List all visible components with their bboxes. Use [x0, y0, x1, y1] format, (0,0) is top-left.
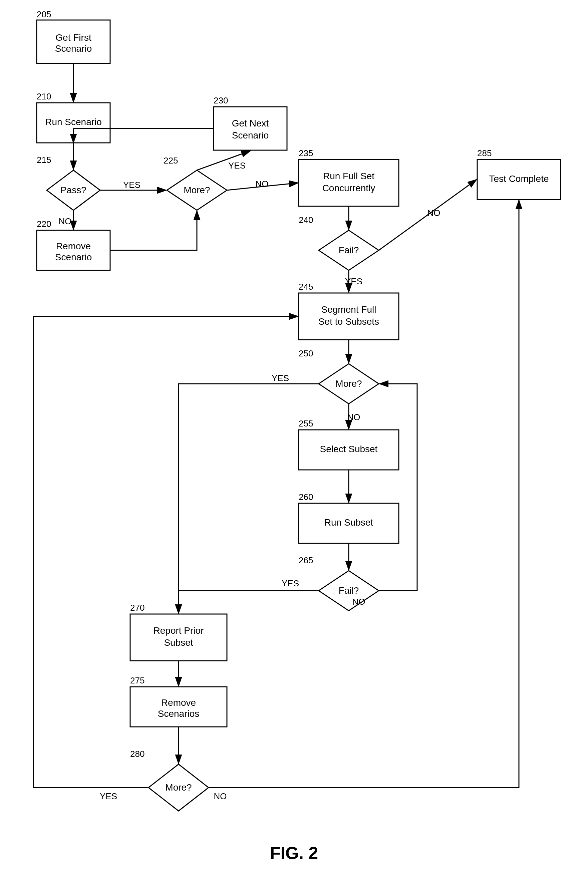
node-225: 225 More?: [164, 155, 227, 210]
svg-text:More?: More?: [183, 185, 210, 195]
svg-text:250: 250: [299, 349, 313, 358]
svg-text:Select Subset: Select Subset: [320, 444, 378, 454]
node-235: 235 Run Full Set Concurrently: [299, 148, 399, 206]
svg-text:255: 255: [299, 419, 313, 429]
svg-text:270: 270: [130, 603, 144, 613]
svg-text:Segment Full: Segment Full: [322, 304, 377, 315]
svg-text:215: 215: [37, 155, 51, 165]
arrow-265-270-yes: [179, 591, 319, 613]
node-240: 240 Fail?: [299, 215, 379, 270]
svg-text:Scenario: Scenario: [232, 130, 269, 140]
node-285: 285 Test Complete: [477, 148, 561, 200]
node-215: 215 Pass?: [37, 155, 100, 210]
svg-text:210: 210: [37, 91, 51, 101]
svg-text:Pass?: Pass?: [60, 185, 86, 195]
svg-text:Report Prior: Report Prior: [153, 626, 204, 636]
svg-text:275: 275: [130, 675, 144, 685]
svg-text:NO: NO: [353, 597, 365, 607]
svg-text:More?: More?: [335, 378, 362, 389]
svg-text:230: 230: [214, 95, 228, 106]
node-205: 205 Get First Scenario: [37, 9, 110, 63]
svg-text:YES: YES: [100, 791, 117, 801]
svg-text:Run Full Set: Run Full Set: [323, 171, 374, 181]
svg-text:220: 220: [37, 219, 51, 229]
svg-text:Scenario: Scenario: [55, 252, 92, 262]
svg-text:235: 235: [299, 148, 313, 158]
svg-text:Remove: Remove: [161, 697, 196, 708]
svg-text:Get Next: Get Next: [232, 118, 269, 128]
svg-text:Set to Subsets: Set to Subsets: [319, 316, 379, 327]
node-280: 280 More?: [130, 749, 208, 811]
svg-text:YES: YES: [272, 373, 289, 383]
svg-text:Run Subset: Run Subset: [325, 517, 374, 527]
svg-text:285: 285: [477, 148, 491, 158]
svg-text:Test Complete: Test Complete: [489, 174, 549, 184]
node-265: 265 Fail?: [299, 555, 379, 611]
svg-text:260: 260: [299, 492, 313, 502]
svg-text:Remove: Remove: [56, 241, 91, 251]
arrow-280-285-no: [208, 200, 519, 788]
svg-text:Subset: Subset: [164, 638, 193, 648]
svg-text:YES: YES: [123, 180, 140, 190]
svg-text:Fail?: Fail?: [339, 245, 359, 255]
svg-text:265: 265: [299, 555, 313, 565]
svg-text:NO: NO: [59, 216, 72, 226]
fig-label: FIG. 2: [270, 843, 318, 863]
svg-text:YES: YES: [345, 276, 362, 286]
svg-text:Scenario: Scenario: [55, 43, 92, 54]
arrow-220-225: [110, 211, 197, 250]
node-230: 230 Get Next Scenario: [214, 95, 287, 150]
svg-text:245: 245: [299, 282, 313, 292]
node-250: 250 More?: [299, 349, 379, 404]
svg-text:Concurrently: Concurrently: [322, 183, 375, 193]
svg-text:YES: YES: [228, 161, 246, 171]
svg-text:280: 280: [130, 749, 144, 759]
arrow-265-250-no: [379, 384, 417, 591]
svg-text:YES: YES: [282, 578, 299, 588]
diagram: 205 Get First Scenario 210 Run Scenario …: [0, 0, 588, 870]
svg-text:205: 205: [37, 9, 51, 19]
svg-text:Get First: Get First: [55, 32, 91, 43]
svg-text:NO: NO: [214, 791, 227, 801]
svg-text:NO: NO: [347, 412, 360, 422]
svg-text:NO: NO: [256, 179, 269, 189]
svg-text:Fail?: Fail?: [339, 585, 359, 596]
svg-text:Scenarios: Scenarios: [158, 709, 199, 719]
svg-text:Run Scenario: Run Scenario: [45, 117, 102, 127]
svg-text:More?: More?: [165, 782, 192, 793]
svg-text:225: 225: [164, 155, 178, 165]
svg-text:NO: NO: [427, 208, 441, 218]
svg-text:240: 240: [299, 215, 313, 225]
